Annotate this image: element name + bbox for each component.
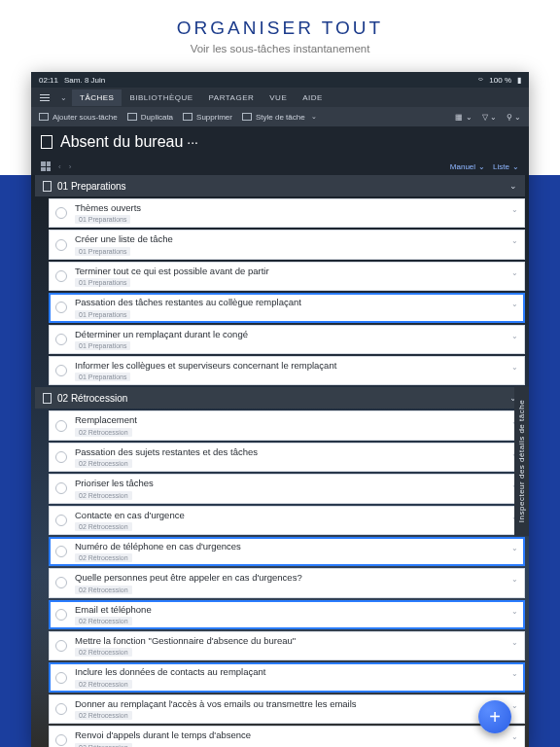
task-row[interactable]: Passation des sujets restantes et des tâ… — [49, 443, 525, 472]
task-checkbox[interactable] — [55, 640, 67, 652]
status-battery: 100 % — [489, 76, 511, 85]
task-category: 02 Rétrocession — [75, 522, 132, 531]
task-checkbox[interactable] — [55, 734, 67, 746]
task-category: 01 Preparations — [75, 373, 130, 381]
task-row[interactable]: Terminer tout ce qui est possible avant … — [49, 262, 525, 291]
task-row[interactable]: Déterminer un remplaçant durant le congé… — [49, 325, 525, 354]
grid-view-icon[interactable]: ▦ ⌄ — [455, 113, 472, 122]
chevron-down-icon[interactable]: ⌄ — [511, 669, 518, 678]
task-checkbox[interactable] — [55, 577, 67, 588]
task-checkbox[interactable] — [55, 515, 67, 526]
task-name: Remplacement — [75, 414, 518, 425]
add-subtask-icon — [39, 113, 49, 121]
duplicate-button[interactable]: Duplicata — [127, 113, 173, 122]
task-row[interactable]: Quelle personnes peut être appeler en ca… — [49, 568, 525, 597]
nav-back-icon[interactable]: ‹ — [58, 162, 61, 171]
delete-button[interactable]: Supprimer — [183, 113, 232, 122]
task-name: Passation des sujets restantes et des tâ… — [75, 446, 518, 457]
task-category: 02 Rétrocession — [75, 586, 132, 594]
chevron-down-icon[interactable]: ⌄ — [511, 300, 518, 308]
task-name: Donner au remplaçant l'accès à vos email… — [75, 698, 518, 709]
task-category: 01 Preparations — [75, 247, 130, 256]
task-name: Terminer tout ce qui est possible avant … — [75, 266, 518, 276]
chevron-down-icon[interactable]: ⌄ — [511, 575, 518, 584]
page-icon — [41, 135, 52, 149]
filter-icon[interactable]: ▽ ⌄ — [482, 113, 497, 122]
status-date: Sam. 8 Juin — [64, 76, 105, 85]
task-row[interactable]: Mettre la fonction "Gestionnaire d'absen… — [49, 631, 525, 660]
view-mode-button[interactable]: Liste⌄ — [493, 162, 519, 171]
task-checkbox[interactable] — [55, 703, 67, 715]
task-row[interactable]: Créer une liste de tâche01 Preparations⌄ — [49, 230, 525, 259]
chevron-down-icon[interactable]: ⌄ — [511, 607, 518, 616]
task-checkbox[interactable] — [55, 672, 67, 684]
task-category: 02 Rétrocession — [75, 428, 132, 437]
add-subtask-button[interactable]: Ajouter sous-tâche — [39, 113, 118, 122]
task-name: Quelle personnes peut être appeler en ca… — [75, 572, 518, 583]
task-row[interactable]: Renvoi d'appels durant le temps d'absenc… — [49, 726, 525, 747]
group-title: 02 Rétrocession — [57, 393, 127, 404]
task-row[interactable]: Inclure les données de contacts au rempl… — [49, 662, 525, 692]
page-icon — [43, 393, 52, 404]
task-checkbox[interactable] — [55, 609, 67, 621]
sort-mode-button[interactable]: Manuel⌄ — [450, 162, 485, 171]
chevron-down-icon[interactable]: ⌄ — [511, 701, 518, 710]
chevron-down-icon[interactable]: ⌄ — [511, 363, 518, 372]
page-title-dots[interactable]: ··· — [187, 134, 198, 150]
task-row[interactable]: Contacte en cas d'urgence02 Rétrocession… — [49, 506, 525, 535]
task-row[interactable]: Informer les collègues et superviseurs c… — [49, 356, 525, 385]
task-name: Mettre la fonction "Gestionnaire d'absen… — [75, 635, 518, 646]
task-checkbox[interactable] — [55, 482, 67, 494]
chevron-down-icon[interactable]: ⌄ — [511, 732, 518, 741]
chevron-down-icon[interactable]: ⌄ — [511, 205, 518, 214]
chevron-down-icon[interactable]: ⌄ — [511, 332, 518, 340]
task-checkbox[interactable] — [55, 239, 67, 251]
task-checkbox[interactable] — [55, 420, 67, 432]
task-category: 02 Rétrocession — [75, 680, 132, 689]
detail-inspector-tab[interactable]: Inspecteur des détails de tâche — [514, 386, 529, 536]
task-category: 02 Rétrocession — [75, 553, 132, 562]
menu-tab-partager[interactable]: PARTAGER — [201, 89, 262, 106]
device-frame: 02:11 Sam. 8 Juin ⌔ 100 % ▮ ⌄ TÂCHESBIBL… — [31, 72, 529, 747]
chevron-down-icon[interactable]: ⌄ — [511, 236, 518, 245]
tags-icon[interactable]: ⚲ ⌄ — [507, 113, 521, 122]
task-row[interactable]: Email et téléphone02 Rétrocession⌄ — [49, 600, 525, 629]
page-icon — [43, 181, 52, 192]
layout-grid-icon[interactable] — [41, 161, 51, 171]
task-checkbox[interactable] — [55, 302, 67, 313]
chevron-down-icon[interactable]: ⌄ — [511, 544, 518, 552]
menu-tab-aide[interactable]: AIDE — [295, 89, 331, 106]
page-title: Absent du bureau — [60, 133, 183, 151]
title-bar: Absent du bureau ··· — [31, 126, 529, 158]
task-checkbox[interactable] — [55, 207, 67, 219]
task-checkbox[interactable] — [55, 334, 67, 345]
task-row[interactable]: Numéro de téléphone en cas d'urgences02 … — [49, 537, 525, 566]
task-row[interactable]: Passation des tâches restantes au collèg… — [49, 293, 525, 322]
nav-forward-icon[interactable]: › — [69, 162, 72, 171]
menu-tab-tâches[interactable]: TÂCHES — [72, 89, 122, 106]
view-mode-label: Liste — [493, 162, 509, 171]
task-checkbox[interactable] — [55, 546, 67, 557]
task-checkbox[interactable] — [55, 365, 67, 376]
menu-tab-vue[interactable]: VUE — [262, 89, 295, 106]
task-row[interactable]: Donner au remplaçant l'accès à vos email… — [49, 694, 525, 724]
task-row[interactable]: Prioriser les tâches02 Rétrocession⌄ — [49, 474, 525, 503]
task-row[interactable]: Remplacement02 Rétrocession⌄ — [49, 410, 525, 440]
task-checkbox[interactable] — [55, 270, 67, 282]
task-style-button[interactable]: Style de tâche⌄ — [242, 113, 317, 122]
add-subtask-label: Ajouter sous-tâche — [52, 113, 118, 122]
hamburger-icon[interactable] — [35, 94, 54, 101]
add-task-fab[interactable]: + — [478, 700, 511, 733]
chevron-down-icon[interactable]: ⌄ — [511, 268, 518, 277]
menu-tab-bibliothèque[interactable]: BIBLIOTHÈQUE — [122, 89, 200, 106]
task-style-label: Style de tâche — [256, 113, 305, 122]
status-bar: 02:11 Sam. 8 Juin ⌔ 100 % ▮ — [31, 72, 529, 88]
trash-icon — [183, 113, 192, 121]
group-header[interactable]: 02 Rétrocession⌄ — [35, 387, 525, 409]
task-row[interactable]: Thèmes ouverts01 Preparations⌄ — [49, 198, 525, 228]
menu-chevron-icon[interactable]: ⌄ — [56, 93, 70, 102]
content-area: 01 Preparations⌄Thèmes ouverts01 Prepara… — [31, 175, 529, 747]
group-header[interactable]: 01 Preparations⌄ — [35, 175, 525, 196]
task-checkbox[interactable] — [55, 451, 67, 463]
chevron-down-icon[interactable]: ⌄ — [511, 638, 518, 647]
